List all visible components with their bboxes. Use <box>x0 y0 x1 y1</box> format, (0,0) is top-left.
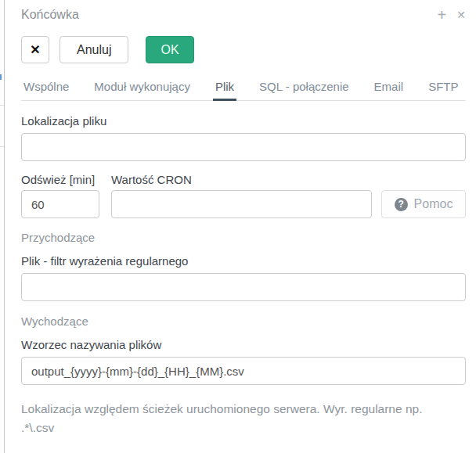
window-controls: + ✕ <box>438 9 466 21</box>
tab-modul-wykonujacy[interactable]: Moduł wykonujący <box>92 77 193 100</box>
background-row-divider <box>0 105 4 106</box>
close-button[interactable]: ✕ <box>21 36 49 63</box>
background-fragment <box>0 74 2 80</box>
naming-pattern-input[interactable] <box>21 357 466 385</box>
incoming-section-label: Przychodzące <box>21 231 466 245</box>
tab-email[interactable]: Email <box>372 77 406 100</box>
outgoing-section-label: Wychodzące <box>21 315 466 329</box>
naming-pattern-label: Wzorzec nazywania plików <box>21 338 466 352</box>
cron-label: Wartość CRON <box>111 173 192 187</box>
close-icon[interactable]: ✕ <box>456 9 466 21</box>
question-mark-icon: ? <box>395 198 408 211</box>
tab-plik[interactable]: Plik <box>213 77 236 101</box>
regex-filter-input[interactable] <box>21 273 466 301</box>
cancel-button[interactable]: Anuluj <box>60 36 128 63</box>
dialog-toolbar: ✕ Anuluj OK <box>21 36 466 63</box>
tab-wspolne[interactable]: Wspólne <box>21 77 71 100</box>
endpoint-dialog: Końcówka + ✕ ✕ Anuluj OK Wspólne Moduł w… <box>5 0 476 453</box>
add-icon[interactable]: + <box>438 9 447 21</box>
ok-button[interactable]: OK <box>146 36 193 63</box>
helper-text: Lokalizacja względem ścieżek uruchomione… <box>21 400 453 437</box>
refresh-input[interactable] <box>21 190 99 218</box>
help-button[interactable]: ? Pomoc <box>381 190 466 218</box>
tab-sql-polaczenie[interactable]: SQL - połączenie <box>257 77 352 100</box>
refresh-label: Odśwież [min] <box>21 173 111 187</box>
refresh-cron-labels: Odśwież [min] Wartość CRON <box>21 173 466 187</box>
background-page-edge <box>0 0 5 453</box>
refresh-cron-row: ? Pomoc <box>21 190 466 218</box>
regex-filter-label: Plik - filtr wyrażenia regularnego <box>21 254 466 268</box>
background-row-divider <box>0 146 4 147</box>
cron-input[interactable] <box>111 190 372 218</box>
tab-bar: Wspólne Moduł wykonujący Plik SQL - połą… <box>21 77 466 101</box>
tab-sftp[interactable]: SFTP <box>426 77 460 100</box>
dialog-header: Końcówka + ✕ <box>21 8 466 22</box>
help-button-label: Pomoc <box>414 197 453 211</box>
dialog-title: Końcówka <box>21 8 79 22</box>
file-location-input[interactable] <box>21 133 466 161</box>
file-location-label: Lokalizacja pliku <box>21 114 466 128</box>
